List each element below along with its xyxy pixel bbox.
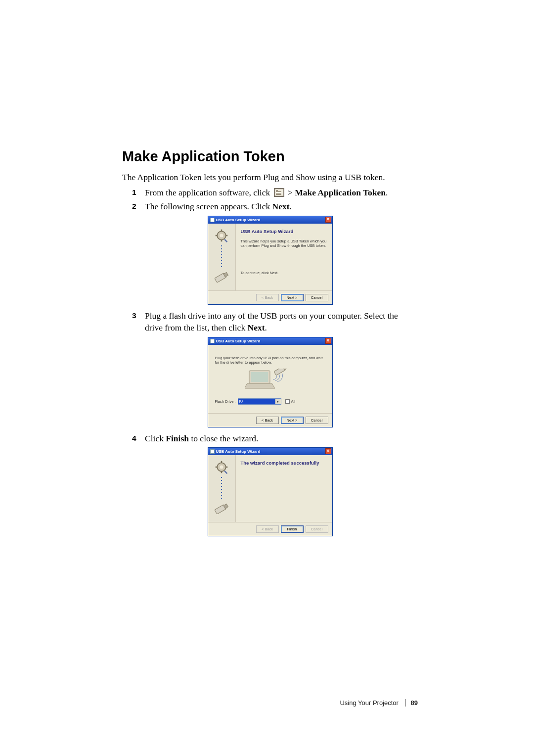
step1-bold: Make Application Token: [295, 188, 386, 197]
dropdown-arrow-icon[interactable]: ▾: [275, 399, 281, 404]
step-text: Click Finish to close the wizard.: [145, 432, 418, 445]
wizard-title-text: USB Auto Setup Wizard: [216, 448, 261, 455]
gear-icon: [215, 229, 228, 242]
svg-rect-3: [276, 193, 281, 193]
wizard-screenshot-1: USB Auto Setup Wizard × USB Auto Setup W…: [208, 216, 333, 305]
cancel-button[interactable]: Cancel: [306, 525, 328, 533]
wizard-app-icon: [210, 449, 215, 454]
close-icon[interactable]: ×: [325, 217, 331, 223]
cancel-button[interactable]: Cancel: [306, 417, 328, 424]
usb-drive-icon: [210, 501, 233, 516]
step-4: 4 Click Finish to close the wizard.: [132, 432, 418, 445]
step-number: 4: [132, 432, 145, 445]
step4-post: to close the wizard.: [189, 433, 258, 443]
next-button[interactable]: Next >: [281, 417, 304, 424]
svg-rect-9: [216, 235, 218, 236]
wizard-continue-text: To continue, click Next.: [241, 271, 327, 275]
step1-arrow: >: [288, 188, 295, 197]
finish-button[interactable]: Finish: [281, 525, 304, 533]
svg-rect-10: [226, 235, 228, 236]
wizard-titlebar: USB Auto Setup Wizard ×: [208, 337, 332, 345]
step4-bold: Finish: [166, 433, 189, 443]
section-heading: Make Application Token: [122, 148, 418, 165]
step-text: Plug a flash drive into any of the USB p…: [145, 310, 418, 334]
step-1: 1 From the application software, click >…: [132, 187, 418, 199]
usb-drive-icon: [210, 269, 233, 284]
step2-tail: .: [290, 201, 292, 211]
step-number: 1: [132, 187, 145, 199]
wizard-app-icon: [210, 218, 215, 222]
svg-point-6: [220, 234, 223, 237]
step-text: From the application software, click > M…: [145, 187, 418, 199]
all-label: All: [291, 399, 295, 404]
intro-text: The Application Token lets you perform P…: [122, 172, 418, 184]
wizard-instruction: Plug your flash drive into any USB port …: [215, 356, 325, 365]
wizard-app-icon: [210, 339, 215, 343]
close-icon[interactable]: ×: [325, 448, 331, 454]
back-button[interactable]: < Back: [256, 417, 279, 424]
flash-drive-label: Flash Drive :: [215, 399, 236, 404]
step2-bold: Next: [272, 201, 290, 211]
back-button[interactable]: < Back: [256, 525, 279, 533]
step2-pre: The following screen appears. Click: [145, 201, 272, 211]
step3-tail: .: [265, 323, 267, 332]
gear-icon: [215, 460, 228, 474]
next-button[interactable]: Next >: [281, 294, 304, 301]
wizard-title-text: USB Auto Setup Wizard: [216, 216, 261, 224]
wizard-side-graphic: [208, 224, 236, 290]
footer-section: Using Your Projector: [340, 699, 399, 707]
svg-rect-20: [221, 472, 222, 473]
all-checkbox[interactable]: [285, 399, 290, 404]
wizard-titlebar: USB Auto Setup Wizard ×: [208, 448, 332, 455]
wizard-button-bar: < Back Next > Cancel: [208, 290, 332, 304]
svg-rect-14: [251, 372, 268, 382]
svg-rect-2: [276, 191, 281, 192]
menu-icon: [274, 188, 284, 197]
svg-rect-19: [221, 461, 222, 463]
svg-rect-15: [274, 369, 286, 376]
wizard-screenshot-2: USB Auto Setup Wizard × Plug your flash …: [208, 337, 333, 427]
svg-rect-8: [221, 239, 222, 241]
wizard-description: This wizard helps you setup a USB Token …: [241, 239, 327, 248]
wizard-titlebar: USB Auto Setup Wizard ×: [208, 216, 332, 224]
wizard-screenshot-3: USB Auto Setup Wizard × The wizard compl…: [208, 447, 333, 536]
svg-point-18: [220, 466, 223, 469]
svg-rect-7: [221, 229, 222, 231]
close-icon[interactable]: ×: [325, 338, 331, 344]
svg-rect-1: [276, 190, 278, 190]
wizard-title-text: USB Auto Setup Wizard: [216, 337, 261, 345]
svg-rect-4: [276, 194, 281, 195]
wizard-button-bar: < Back Finish Cancel: [208, 522, 332, 536]
step-2: 2 The following screen appears. Click Ne…: [132, 200, 418, 213]
svg-rect-21: [216, 467, 218, 468]
step3-pre: Plug a flash drive into any of the USB p…: [145, 311, 398, 333]
laptop-usb-illustration: [215, 369, 325, 391]
flash-drive-selected: F:\: [239, 400, 243, 403]
svg-rect-22: [226, 467, 228, 468]
step1-tail: .: [386, 188, 388, 197]
step-text: The following screen appears. Click Next…: [145, 200, 418, 213]
step-3: 3 Plug a flash drive into any of the USB…: [132, 310, 418, 334]
page-footer: Using Your Projector 89: [340, 699, 418, 707]
back-button[interactable]: < Back: [256, 294, 279, 301]
wizard-side-graphic: [208, 455, 236, 522]
wizard-button-bar: < Back Next > Cancel: [208, 413, 332, 427]
wizard-heading: USB Auto Setup Wizard: [241, 229, 327, 234]
step-number: 3: [132, 310, 145, 334]
step1-pre: From the application software, click: [145, 188, 272, 197]
flash-drive-select[interactable]: F:\ ▾: [238, 398, 281, 405]
wizard-complete-heading: The wizard completed successfully: [241, 460, 327, 466]
cancel-button[interactable]: Cancel: [306, 294, 328, 301]
step4-pre: Click: [145, 433, 166, 443]
step3-bold: Next: [248, 323, 265, 332]
step-number: 2: [132, 200, 145, 213]
page-number: 89: [411, 699, 418, 707]
